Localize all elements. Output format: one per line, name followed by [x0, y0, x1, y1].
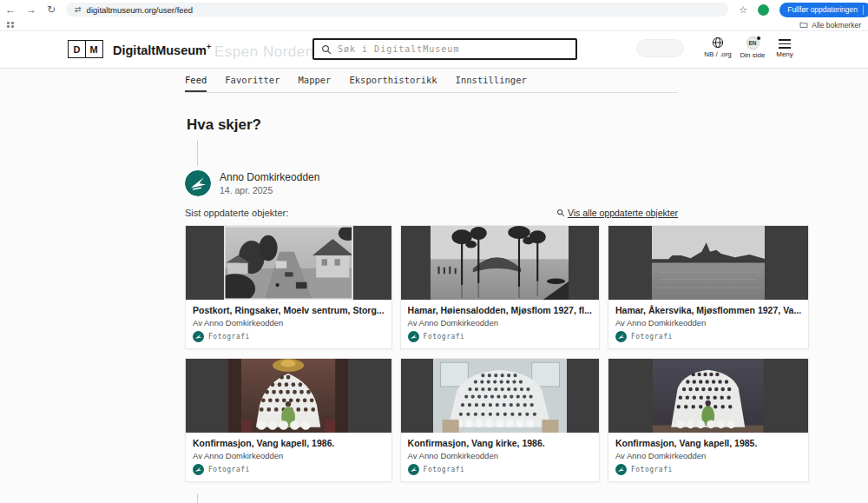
- search-input[interactable]: [338, 44, 569, 54]
- feed-entry-date: 14. apr. 2025: [220, 185, 319, 195]
- card-byline: Av Anno Domkirkeodden: [408, 318, 592, 328]
- tabs-divider: [185, 92, 678, 93]
- view-all-link[interactable]: Vis alle oppdaterte objekter: [556, 208, 678, 218]
- object-card[interactable]: Postkort, Ringsaker, Moelv sentrum, Stor…: [185, 225, 392, 349]
- my-page-label: Din side: [740, 51, 766, 59]
- object-card[interactable]: Konfirmasjon, Vang kapell, 1985. Av Anno…: [608, 358, 809, 482]
- page-title: Hva skjer?: [187, 116, 678, 134]
- site-info-icon[interactable]: ⇄: [75, 5, 82, 14]
- all-bookmarks-button[interactable]: Alle bokmerker: [799, 21, 861, 30]
- reload-icon[interactable]: ↻: [47, 0, 56, 19]
- card-title: Postkort, Ringsaker, Moelv sentrum, Stor…: [193, 305, 385, 315]
- chrome-update-button[interactable]: Fullfør oppdateringen: [779, 3, 868, 17]
- chrome-update-divider: [863, 5, 864, 15]
- bookmarks-bar: Alle bokmerker: [0, 19, 868, 31]
- museum-badge-icon: [408, 464, 419, 475]
- ghost-initials: EN: [193, 46, 204, 55]
- card-byline: Av Anno Domkirkeodden: [193, 318, 385, 328]
- language-switcher[interactable]: NB / .org: [700, 36, 736, 58]
- object-type-label: Fotografi: [208, 466, 250, 473]
- forward-icon[interactable]: →: [26, 0, 36, 19]
- object-type-label: Fotografi: [424, 333, 465, 341]
- card-title: Konfirmasjon, Vang kapell, 1985.: [615, 438, 801, 448]
- tab-feed[interactable]: Feed: [185, 75, 207, 92]
- card-title: Hamar, Høiensalodden, Mjøsflom 1927, fl.…: [408, 305, 592, 315]
- feed-entry: Anno Domkirkeodden 14. apr. 2025: [185, 170, 678, 196]
- tab-favoritter[interactable]: Favoritter: [225, 75, 279, 92]
- tab-groups-icon[interactable]: [7, 22, 14, 29]
- page-content: Feed Favoritter Mapper Eksporthistorikk …: [0, 69, 868, 503]
- language-label: NB / .org: [704, 50, 732, 58]
- menu-label: Meny: [776, 50, 793, 58]
- photo-konfirmasjon-1986-kirke: [401, 359, 599, 433]
- globe-icon: [712, 36, 724, 49]
- menu-button[interactable]: Meny: [772, 36, 798, 58]
- view-all-label: Vis alle oppdaterte objekter: [568, 208, 678, 218]
- card-byline: Av Anno Domkirkeodden: [615, 318, 801, 328]
- timeline-line: [197, 493, 198, 503]
- url-text: digitaltmuseum.org/user/feed: [87, 5, 194, 15]
- ghost-name-text: Espen Norden: [214, 43, 314, 60]
- search-small-icon: [556, 208, 565, 217]
- card-byline: Av Anno Domkirkeodden: [408, 451, 592, 460]
- anno-museum-avatar[interactable]: [185, 170, 211, 196]
- museum-badge-icon: [193, 464, 204, 475]
- ghost-username: EN Espen Norden: [193, 43, 314, 61]
- back-icon[interactable]: ←: [5, 0, 16, 19]
- hamburger-icon: [779, 36, 791, 49]
- ghost-login-button: [636, 39, 684, 57]
- section-row: Sist oppdaterte objekter: Vis alle oppda…: [185, 208, 678, 218]
- photo-flood-trees: [401, 226, 599, 300]
- object-grid: Postkort, Ringsaker, Moelv sentrum, Stor…: [185, 225, 678, 482]
- object-type-label: Fotografi: [631, 466, 673, 473]
- feed-entry-museum[interactable]: Anno Domkirkeodden: [220, 171, 319, 183]
- object-type-label: Fotografi: [208, 333, 250, 341]
- card-title: Konfirmasjon, Vang kapell, 1986.: [193, 438, 385, 448]
- object-card[interactable]: Hamar, Høiensalodden, Mjøsflom 1927, fl.…: [400, 225, 600, 349]
- museum-badge-icon: [615, 464, 627, 475]
- object-card[interactable]: Konfirmasjon, Vang kapell, 1986. Av Anno…: [185, 358, 392, 482]
- logo-box-d: D: [68, 40, 86, 58]
- user-initials: EN: [748, 40, 756, 46]
- browser-toolbar: ← → ↻ ⇄ digitaltmuseum.org/user/feed ☆ F…: [0, 0, 868, 19]
- card-title: Hamar, Åkersvika, Mjøsflommen 1927, Va..…: [615, 305, 801, 315]
- object-card[interactable]: Hamar, Åkersvika, Mjøsflommen 1927, Va..…: [608, 225, 809, 349]
- logo-box-m: M: [85, 40, 103, 58]
- card-byline: Av Anno Domkirkeodden: [193, 451, 385, 460]
- digitaltmuseum-logo[interactable]: D M: [68, 40, 103, 58]
- card-title: Konfirmasjon, Vang kirke, 1986.: [408, 438, 592, 448]
- photo-moelv-street: [186, 226, 391, 300]
- all-bookmarks-label: Alle bokmerker: [812, 21, 861, 30]
- object-type-label: Fotografi: [424, 466, 465, 473]
- object-card[interactable]: Konfirmasjon, Vang kirke, 1986. Av Anno …: [400, 358, 600, 482]
- section-label: Sist oppdaterte objekter:: [185, 208, 288, 218]
- address-bar[interactable]: ⇄ digitaltmuseum.org/user/feed: [66, 3, 728, 17]
- photo-konfirmasjon-1986-kapell: [186, 359, 391, 433]
- bookmark-star-icon[interactable]: ☆: [739, 4, 747, 16]
- user-avatar: EN: [746, 36, 760, 50]
- object-type-label: Fotografi: [631, 333, 673, 341]
- museum-badge-icon: [615, 331, 627, 342]
- museum-badge-icon: [408, 331, 419, 342]
- tab-eksporthistorikk[interactable]: Eksporthistorikk: [349, 75, 437, 92]
- photo-lake-skyline: [608, 226, 808, 300]
- profile-tabs: Feed Favoritter Mapper Eksporthistorikk …: [185, 69, 678, 92]
- folder-icon: [799, 21, 808, 29]
- my-page-button[interactable]: EN Din side: [736, 36, 769, 59]
- site-search[interactable]: [312, 38, 577, 60]
- search-icon: [321, 44, 332, 55]
- tab-mapper[interactable]: Mapper: [299, 75, 332, 92]
- timeline-line: [197, 141, 198, 166]
- site-header: D M DigitaltMuseum+ EN Espen Norden NB /…: [0, 31, 868, 69]
- card-byline: Av Anno Domkirkeodden: [615, 451, 801, 460]
- photo-konfirmasjon-1985-kapell: [608, 359, 808, 433]
- tab-innstillinger[interactable]: Innstillinger: [456, 75, 527, 92]
- museum-badge-icon: [193, 331, 204, 342]
- chrome-update-label: Fullfør oppdateringen: [787, 5, 858, 14]
- browser-profile-avatar[interactable]: [758, 4, 769, 16]
- notification-dot: [756, 36, 761, 41]
